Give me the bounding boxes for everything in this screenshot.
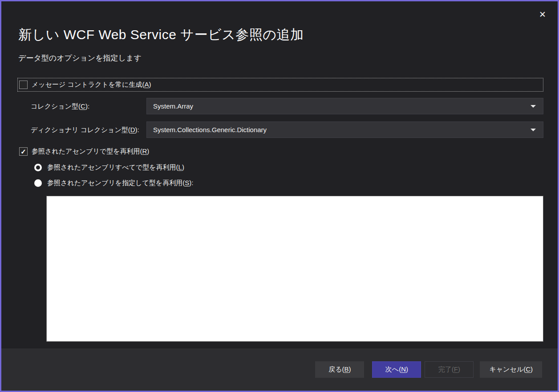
dictionary-type-select[interactable]: System.Collections.Generic.Dictionary xyxy=(146,121,543,138)
label-text: ): xyxy=(189,179,193,186)
back-button[interactable]: 戻る(B) xyxy=(315,361,364,378)
label-text: ) xyxy=(406,365,408,373)
access-key: C xyxy=(526,365,531,373)
access-key: R xyxy=(142,147,147,155)
finish-button[interactable]: 完了(F) xyxy=(425,361,474,378)
footer-bar: 戻る(B) 次へ(N) 完了(F) キャンセル(C) xyxy=(1,348,558,391)
label-text: ): xyxy=(135,126,139,133)
message-contract-row: メッセージ コントラクトを常に生成(A) xyxy=(17,78,543,92)
cancel-button[interactable]: キャンセル(C) xyxy=(480,361,542,378)
chevron-down-icon xyxy=(531,105,536,108)
label-text: 戻る( xyxy=(328,365,344,373)
label-text: ) xyxy=(182,163,184,171)
reuse-types-row: ✓ 参照されたアセンブリで型を再利用(R) xyxy=(19,147,149,156)
label-text: ) xyxy=(147,147,149,155)
access-key: B xyxy=(344,365,349,373)
label-text: ディクショナリ コレクション型( xyxy=(31,126,130,133)
label-text: 参照されたアセンブリで型を再利用( xyxy=(32,147,142,155)
close-icon: ✕ xyxy=(539,10,546,19)
access-key: N xyxy=(401,365,406,373)
reuse-specified-label[interactable]: 参照されたアセンブリを指定して型を再利用(S): xyxy=(47,179,193,187)
reuse-types-checkbox[interactable]: ✓ xyxy=(19,147,28,156)
label-text: コレクション型( xyxy=(31,102,81,110)
add-wcf-service-reference-dialog: ✕ 新しい WCF Web Service サービス参照の追加 データ型のオプシ… xyxy=(0,0,559,392)
collection-type-label: コレクション型(C): xyxy=(31,98,89,114)
reuse-specified-radio[interactable] xyxy=(34,179,42,187)
access-key: S xyxy=(185,179,189,186)
close-button[interactable]: ✕ xyxy=(536,8,549,21)
checkmark-icon: ✓ xyxy=(20,148,26,155)
chevron-down-icon xyxy=(531,129,536,131)
label-text: 参照されたアセンブリすべてで型を再利用( xyxy=(47,163,178,171)
collection-type-value: System.Array xyxy=(153,102,531,110)
label-text: 参照されたアセンブリを指定して型を再利用( xyxy=(47,179,185,186)
access-key: A xyxy=(144,81,149,88)
collection-type-select[interactable]: System.Array xyxy=(146,98,543,114)
label-text: ) xyxy=(458,365,460,373)
next-button[interactable]: 次へ(N) xyxy=(372,361,421,378)
dictionary-type-value: System.Collections.Generic.Dictionary xyxy=(153,126,531,133)
reuse-all-radio-row: 参照されたアセンブリすべてで型を再利用(L) xyxy=(34,163,184,172)
reuse-all-label[interactable]: 参照されたアセンブリすべてで型を再利用(L) xyxy=(47,163,184,172)
message-contract-checkbox[interactable] xyxy=(19,81,28,89)
access-key: F xyxy=(454,365,458,373)
page-subtitle: データ型のオプションを指定します xyxy=(18,53,142,63)
message-contract-label[interactable]: メッセージ コントラクトを常に生成(A) xyxy=(32,81,151,89)
access-key: C xyxy=(81,102,85,110)
assembly-list[interactable] xyxy=(46,196,543,342)
label-text: 次へ( xyxy=(385,365,401,373)
dictionary-type-label: ディクショナリ コレクション型(D): xyxy=(31,121,139,138)
label-text: 完了( xyxy=(438,365,454,373)
label-text: キャンセル( xyxy=(489,365,526,373)
label-text: メッセージ コントラクトを常に生成( xyxy=(32,81,144,88)
reuse-all-radio[interactable] xyxy=(34,164,42,171)
label-text: ) xyxy=(531,365,533,373)
access-key: L xyxy=(178,163,182,171)
page-title: 新しい WCF Web Service サービス参照の追加 xyxy=(18,26,304,44)
reuse-types-label[interactable]: 参照されたアセンブリで型を再利用(R) xyxy=(32,147,149,156)
label-text: ) xyxy=(349,365,351,373)
label-text: ) xyxy=(149,81,151,88)
reuse-specified-radio-row: 参照されたアセンブリを指定して型を再利用(S): xyxy=(34,179,193,187)
label-text: ): xyxy=(85,102,89,110)
access-key: D xyxy=(130,126,135,133)
